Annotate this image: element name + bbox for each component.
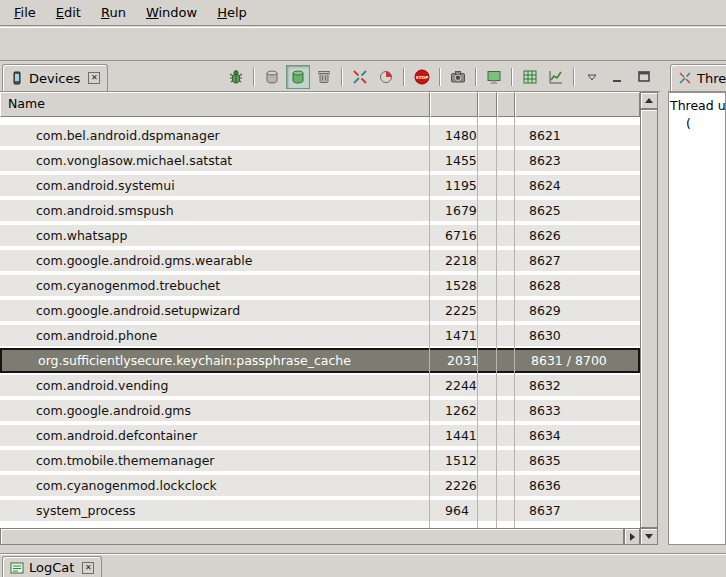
maximize-icon[interactable] [632,65,656,89]
vertical-scrollbar[interactable] [640,92,658,528]
logcat-icon [10,561,24,575]
update-heap-icon[interactable] [260,65,284,89]
process-port-cell: 8637 [515,500,640,521]
scroll-up-button[interactable] [640,92,658,109]
process-pid-cell: 1480 [430,125,478,146]
empty-cell [480,350,499,371]
menu-window[interactable]: Window [136,0,207,26]
process-row[interactable]: com.google.android.gms.wearable221858627 [0,248,640,273]
process-port-cell: 8621 [515,125,640,146]
scroll-down-button[interactable] [640,528,658,545]
process-row[interactable]: com.bel.android.dspmanager14808621 [0,123,640,148]
process-row[interactable]: org.sufficientlysecure.keychain:passphra… [0,348,640,373]
process-row[interactable]: system_process9648637 [0,498,640,523]
process-name-cell: com.android.phone [0,325,430,346]
process-name-cell: system_process [0,500,430,521]
close-icon[interactable] [88,72,100,84]
empty-cell [497,125,515,146]
process-row[interactable]: com.cyanogenmod.lockclock222658636 [0,473,640,498]
stop-process-icon[interactable]: STOP [410,65,434,89]
systrace-icon[interactable] [544,65,568,89]
cause-gc-icon[interactable] [312,65,336,89]
threads-tabbar: Threads [668,61,726,92]
process-row[interactable]: com.android.vending224408632 [0,373,640,398]
empty-cell [497,175,515,196]
menu-edit[interactable]: Edit [46,0,91,26]
empty-cell [497,400,515,421]
empty-cell [478,375,497,396]
empty-cell [478,400,497,421]
process-row[interactable]: com.android.smspush16798625 [0,198,640,223]
process-name-cell: com.android.defcontainer [0,425,430,446]
empty-cell [497,425,515,446]
process-row[interactable]: com.vonglasow.michael.satstat145538623 [0,148,640,173]
dump-hprof-icon[interactable] [286,65,310,89]
empty-cell [497,300,515,321]
horizontal-scrollbar[interactable] [0,528,640,545]
process-port-cell: 8627 [515,250,640,271]
process-pid-cell: 1471 [430,325,478,346]
process-row[interactable]: com.tmobile.thememanager15128635 [0,448,640,473]
tab-devices[interactable]: Devices [2,64,108,91]
process-name-cell: com.google.android.gms.wearable [0,250,430,271]
scroll-right-button[interactable] [624,528,640,545]
bottom-tabbar: LogCat [0,553,726,577]
process-name-cell: com.android.smspush [0,200,430,221]
view-menu-icon[interactable] [580,65,604,89]
empty-cell [478,125,497,146]
menu-run[interactable]: Run [91,0,136,26]
process-pid-cell: 20311 [432,350,480,371]
process-row[interactable]: com.google.android.setupwizard222508629 [0,298,640,323]
column-header-empty[interactable] [497,92,515,117]
menu-help[interactable]: Help [207,0,257,26]
menu-bar: FileEditRunWindowHelp [0,0,726,26]
empty-cell [497,275,515,296]
process-pid-cell: 1195 [430,175,478,196]
tab-logcat[interactable]: LogCat [2,556,102,577]
close-icon[interactable] [82,562,94,574]
column-header-pid[interactable] [430,92,478,117]
screen-capture-icon[interactable] [446,65,470,89]
pane-splitter[interactable] [660,61,668,553]
devices-toolbar: STOP [224,63,656,90]
column-header-empty[interactable] [478,92,497,117]
debug-process-icon[interactable] [224,65,248,89]
process-port-cell: 8634 [515,425,640,446]
process-row[interactable]: com.google.android.gms126238633 [0,398,640,423]
process-name-cell: com.google.android.gms [0,400,430,421]
process-pid-cell: 1512 [430,450,478,471]
process-pid-cell: 964 [430,500,478,521]
toolbar-separator [403,68,405,86]
empty-cell [478,200,497,221]
empty-cell [497,475,515,496]
process-row[interactable]: com.cyanogenmod.trebuchet15288628 [0,273,640,298]
start-method-profiling-icon[interactable] [374,65,398,89]
process-pid-cell: 22250 [430,300,478,321]
process-pid-cell: 6716 [430,225,478,246]
column-header-port[interactable] [515,92,640,117]
arrow-up-icon [645,98,653,103]
device-table-body: com.bel.android.dspmanager14808621com.vo… [0,117,640,528]
empty-cell [478,175,497,196]
update-threads-icon[interactable] [348,65,372,89]
process-pid-cell: 14411 [430,425,478,446]
empty-cell [497,450,515,471]
process-port-cell: 8623 [515,150,640,171]
process-row[interactable]: com.android.defcontainer144118634 [0,423,640,448]
vertical-scroll-thumb[interactable] [640,109,658,528]
empty-cell [478,300,497,321]
empty-cell [478,450,497,471]
column-header-name[interactable]: Name [0,92,430,117]
process-row[interactable]: com.android.systemui11958624 [0,173,640,198]
tab-threads[interactable]: Threads [670,64,726,91]
ui-hierarchy-icon[interactable] [482,65,506,89]
process-row[interactable]: com.whatsapp67168626 [0,223,640,248]
menu-file[interactable]: File [4,0,46,26]
empty-cell [478,250,497,271]
minimize-icon[interactable] [606,65,630,89]
opengl-trace-icon[interactable] [518,65,542,89]
process-row[interactable]: com.android.phone14718630 [0,323,640,348]
horizontal-scroll-thumb[interactable] [0,528,624,545]
empty-cell [478,225,497,246]
process-table: Name com.bel.android.dspmanager14808621c… [0,92,658,545]
